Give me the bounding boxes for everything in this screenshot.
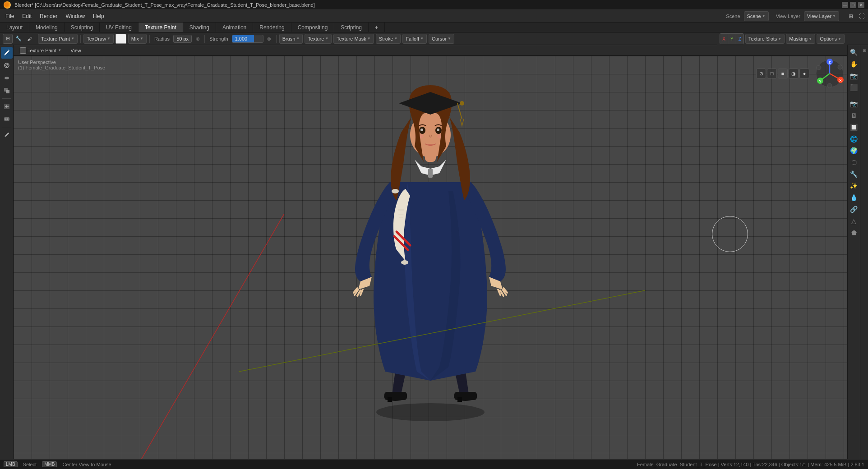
particles-props-icon[interactable]: ✨	[849, 180, 859, 191]
modifier-props-icon[interactable]: 🔧	[849, 169, 859, 179]
radius-value[interactable]: 50 px	[173, 35, 192, 43]
header-right-tools: X Y Z Texture Slots ▼ Masking ▼ Options …	[717, 32, 847, 45]
blender-logo-icon	[4, 1, 11, 9]
color-swatch[interactable]	[115, 34, 126, 44]
y-constraint-btn[interactable]: Y	[728, 34, 736, 44]
texture-mask-dropdown[interactable]: Texture Mask ▼	[333, 34, 374, 44]
menu-render[interactable]: Render	[36, 12, 61, 21]
brush-icon[interactable]: 🖌	[24, 34, 34, 44]
svg-line-9	[140, 214, 284, 459]
view-layer-dropdown[interactable]: View Layer ▼	[804, 11, 839, 21]
fullscreen-icon[interactable]: ⛶	[857, 12, 866, 21]
brush-settings-dropdown[interactable]: Brush ▼	[279, 34, 303, 44]
view-menu-item[interactable]: View	[67, 46, 85, 55]
menu-bar: File Edit Render Window Help Scene Scene…	[0, 10, 868, 23]
select-label: Select	[23, 462, 37, 467]
paint-toolbar-label: Texture Paint	[28, 48, 56, 53]
mode-dropdown[interactable]: Texture Paint ▼	[38, 34, 78, 44]
minimize-button[interactable]: —	[842, 2, 848, 8]
fill-tool[interactable]	[1, 101, 13, 112]
paint-mode-indicator[interactable]: Texture Paint ▼	[16, 46, 65, 55]
r-icon-1[interactable]: ⊞	[861, 47, 868, 53]
tool-setting-icon[interactable]: 🔧	[14, 34, 23, 44]
status-left: LMB Select MMB Center View to Mouse	[4, 461, 111, 467]
scene-dropdown[interactable]: Scene ▼	[744, 11, 769, 21]
object-props-icon[interactable]: ⬡	[849, 157, 859, 168]
tab-uv-editing[interactable]: UV Editing	[100, 23, 139, 32]
viewport-shading-wire[interactable]: □	[767, 69, 777, 78]
options-dropdown[interactable]: Options ▼	[817, 34, 845, 44]
tab-sculpting[interactable]: Sculpting	[65, 23, 100, 32]
view-layer-props-icon[interactable]: 🔲	[849, 122, 859, 133]
smear-tool[interactable]	[1, 72, 13, 84]
tab-shading[interactable]: Shading	[183, 23, 216, 32]
data-props-icon[interactable]: △	[849, 216, 859, 226]
menu-help[interactable]: Help	[89, 12, 108, 21]
constraints-props-icon[interactable]: 🔗	[849, 204, 859, 215]
maximize-button[interactable]: □	[850, 2, 856, 8]
radius-label: Radius	[152, 36, 171, 41]
hand-icon[interactable]: ✋	[849, 59, 859, 69]
masking-dropdown[interactable]: Masking ▼	[786, 34, 815, 44]
navigation-gizmo[interactable]: Z X Y	[814, 58, 845, 89]
tab-texture-paint[interactable]: Texture Paint	[139, 23, 183, 32]
search-icon[interactable]: 🔍	[849, 47, 859, 58]
cursor-dropdown[interactable]: Cursor ▼	[429, 34, 454, 44]
view-layer-label: View Layer	[773, 14, 803, 19]
texture-dd-label: Texture	[308, 36, 324, 41]
tab-layout[interactable]: Layout	[0, 23, 29, 32]
close-button[interactable]: ✕	[858, 2, 864, 8]
status-info: Female_Graduate_Student_T_Pose | Verts:1…	[637, 462, 864, 467]
tab-scripting[interactable]: Scripting	[334, 23, 369, 32]
view-overlay-btn[interactable]: ⊙	[756, 69, 766, 78]
radius-pressure-icon[interactable]: ◎	[194, 35, 202, 43]
stroke-label: Stroke	[379, 36, 393, 41]
tab-modeling[interactable]: Modeling	[29, 23, 65, 32]
svg-point-1	[5, 64, 8, 67]
draw-tool[interactable]	[1, 47, 13, 59]
cube-icon[interactable]: ⬛	[849, 82, 859, 93]
mmb-key: MMB	[42, 461, 57, 467]
svg-point-0	[5, 63, 9, 68]
center-view-label: Center View to Mouse	[62, 462, 111, 467]
workspace-tabs: Layout Modeling Sculpting UV Editing Tex…	[0, 23, 868, 32]
menu-window[interactable]: Window	[62, 12, 88, 21]
z-constraint-btn[interactable]: Z	[736, 34, 743, 44]
tab-animation[interactable]: Animation	[216, 23, 253, 32]
soften-tool[interactable]	[1, 60, 13, 71]
material-props-icon[interactable]: ⬟	[849, 227, 859, 238]
graduate-model	[318, 56, 543, 426]
menu-edit[interactable]: Edit	[18, 12, 35, 21]
menu-file[interactable]: File	[2, 12, 18, 21]
paint-icon	[20, 47, 26, 54]
texture-dropdown[interactable]: Texture ▼	[305, 34, 332, 44]
viewport-shading-solid[interactable]: ■	[778, 69, 788, 78]
blend-dropdown[interactable]: Mix ▼	[128, 34, 147, 44]
scene-props-icon[interactable]: 🌐	[849, 133, 859, 144]
strength-pressure-icon[interactable]: ◎	[265, 35, 273, 43]
brush-dropdown[interactable]: TexDraw ▼	[83, 34, 114, 44]
camera-icon[interactable]: 📷	[849, 70, 859, 81]
output-props-icon[interactable]: 🖥	[849, 110, 859, 121]
x-constraint-btn[interactable]: X	[720, 34, 728, 44]
strength-label: Strength	[208, 36, 230, 41]
strength-value[interactable]: 1.000	[232, 35, 263, 43]
mask-tool[interactable]	[1, 113, 13, 125]
viewport-shading-render[interactable]: ●	[799, 69, 809, 78]
world-props-icon[interactable]: 🌍	[849, 145, 859, 156]
status-right: Female_Graduate_Student_T_Pose | Verts:1…	[637, 462, 864, 467]
annotate-tool[interactable]	[1, 129, 13, 141]
clone-tool[interactable]	[1, 85, 13, 97]
editor-type-icon[interactable]: ⊞	[846, 12, 855, 21]
falloff-dropdown[interactable]: Falloff ▼	[402, 34, 427, 44]
stroke-dropdown[interactable]: Stroke ▼	[376, 34, 401, 44]
tab-compositing[interactable]: Compositing	[291, 23, 335, 32]
render-props-icon[interactable]: 📷	[849, 98, 859, 109]
physics-props-icon[interactable]: 💧	[849, 192, 859, 203]
tab-rendering[interactable]: Rendering	[253, 23, 291, 32]
tab-add[interactable]: +	[369, 23, 385, 32]
texture-slots-dropdown[interactable]: Texture Slots ▼	[745, 34, 785, 44]
editor-mode-icon[interactable]: ⊞	[3, 34, 13, 44]
viewport[interactable]: User Perspective (1) Female_Graduate_Stu…	[14, 56, 847, 459]
viewport-shading-material[interactable]: ◑	[789, 69, 799, 78]
